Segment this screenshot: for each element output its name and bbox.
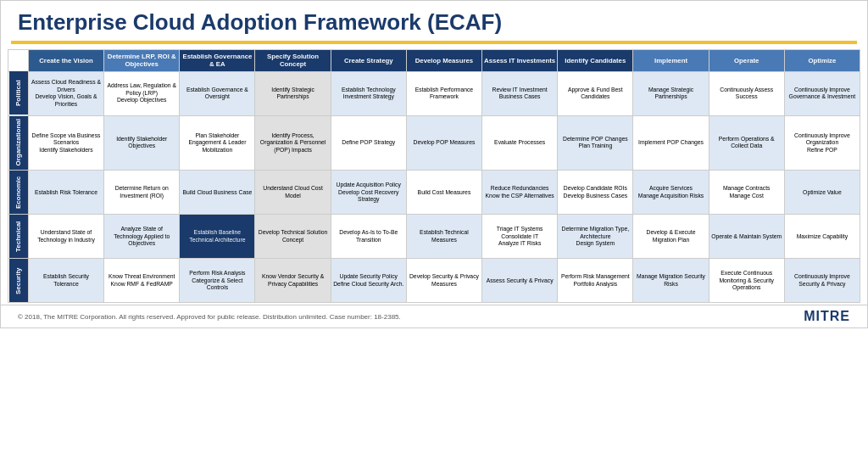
row-header-technical: Technical [8, 215, 29, 259]
col-header-4: Create Strategy [331, 50, 406, 72]
cell-0-3: Identify Strategic Partnerships [255, 71, 331, 115]
cell-3-7: Determine Migration Type, ArchitectureDe… [558, 215, 633, 259]
cell-2-2: Build Cloud Business Case [180, 171, 255, 215]
col-header-8: Implement [633, 50, 709, 72]
col-header-2: Establish Governance & EA [180, 50, 255, 72]
cell-0-7: Approve & Fund Best Candidates [558, 71, 633, 115]
cell-4-3: Know Vendor Security & Privacy Capabilit… [255, 259, 331, 303]
page-footer: © 2018, The MITRE Corporation. All right… [1, 305, 867, 327]
cell-1-2: Plan Stakeholder Engagement & Leader Mob… [180, 115, 255, 171]
cell-3-3: Develop Technical Solution Concept [255, 215, 331, 259]
cell-1-6: Evaluate Processes [482, 115, 558, 171]
page-header: Enterprise Cloud Adoption Framework (ECA… [1, 1, 867, 41]
table-row: SecurityEstablish Security ToleranceKnow… [8, 259, 860, 303]
cell-0-8: Manage Strategic Partnerships [633, 71, 709, 115]
cell-2-4: Update Acquisition PolicyDevelop Cost Re… [331, 171, 406, 215]
cell-4-4: Update Security PolicyDefine Cloud Secur… [331, 259, 406, 303]
cell-0-1: Address Law, Regulation & Policy (LRP)De… [104, 71, 180, 115]
cell-1-1: Identify Stakeholder Objectives [104, 115, 180, 171]
cell-4-2: Perform Risk AnalysisCategorize & Select… [180, 259, 255, 303]
cell-3-10: Maximize Capability [784, 215, 860, 259]
row-header-economic: Economic [8, 171, 29, 215]
cell-1-4: Define POP Strategy [331, 115, 406, 171]
cell-1-7: Determine POP ChangesPlan Training [558, 115, 633, 171]
cell-2-8: Acquire ServicesManage Acquisition Risks [633, 171, 709, 215]
cell-2-7: Develop Candidate ROIsDevelop Business C… [558, 171, 633, 215]
row-header-organizational: Organizational [8, 115, 29, 171]
cell-0-2: Establish Governance & Oversight [180, 71, 255, 115]
cell-2-0: Establish Risk Tolerance [28, 171, 103, 215]
cell-2-9: Manage ContractsManage Cost [709, 171, 784, 215]
cell-2-5: Build Cost Measures [406, 171, 481, 215]
col-header-1: Determine LRP, ROI & Objectives [104, 50, 180, 72]
cell-4-7: Perform Risk ManagementPortfolio Analysi… [558, 259, 633, 303]
cell-4-5: Develop Security & Privacy Measures [406, 259, 481, 303]
cell-1-9: Perform Operations & Collect Data [709, 115, 784, 171]
col-header-0: Create the Vision [28, 50, 103, 72]
col-header-3: Specify Solution Concept [255, 50, 331, 72]
cell-2-6: Reduce RedundanciesKnow the CSP Alternat… [482, 171, 558, 215]
cell-0-10: Continuously Improve Governance & Invest… [784, 71, 860, 115]
cell-0-6: Review IT Investment Business Cases [482, 71, 558, 115]
cell-1-10: Continuously Improve OrganizationRefine … [784, 115, 860, 171]
framework-table: Create the VisionDetermine LRP, ROI & Ob… [8, 49, 860, 303]
yellow-divider [11, 41, 857, 44]
cell-4-10: Continuously Improve Security & Privacy [784, 259, 860, 303]
table-row: OrganizationalDefine Scope via Business … [8, 115, 860, 171]
cell-3-6: Triage IT SystemsConsolidate ITAnalyze I… [482, 215, 558, 259]
col-header-6: Assess IT Investments [482, 50, 558, 72]
row-header-political: Political [8, 71, 29, 115]
col-header-7: Identify Candidates [558, 50, 633, 72]
main-wrapper: Enterprise Cloud Adoption Framework (ECA… [0, 0, 868, 328]
col-header-10: Optimize [784, 50, 860, 72]
cell-3-5: Establish Technical Measures [406, 215, 481, 259]
cell-2-10: Optimize Value [784, 171, 860, 215]
cell-3-2: Establish Baseline Technical Architectur… [180, 215, 255, 259]
framework-table-container: Create the VisionDetermine LRP, ROI & Ob… [1, 48, 867, 305]
cell-4-0: Establish Security Tolerance [28, 259, 103, 303]
cell-2-1: Determine Return on Investment (ROI) [104, 171, 180, 215]
cell-1-8: Implement POP Changes [633, 115, 709, 171]
cell-1-5: Develop POP Measures [406, 115, 481, 171]
cell-3-1: Analyze State of Technology Applied to O… [104, 215, 180, 259]
cell-0-4: Establish Technology Investment Strategy [331, 71, 406, 115]
cell-0-9: Continuously Assess Success [709, 71, 784, 115]
page-title: Enterprise Cloud Adoption Framework (ECA… [18, 9, 850, 36]
table-row: TechnicalUnderstand State of Technology … [8, 215, 860, 259]
cell-4-1: Know Threat EnvironmentKnow RMF & FedRAM… [104, 259, 180, 303]
cell-4-9: Execute Continuous Monitoring & Security… [709, 259, 784, 303]
cell-3-0: Understand State of Technology in Indust… [28, 215, 103, 259]
col-header-9: Operate [709, 50, 784, 72]
cell-4-8: Manage Migration Security Risks [633, 259, 709, 303]
table-row: PoliticalAssess Cloud Readiness & Driver… [8, 71, 860, 115]
cell-1-3: Identify Process, Organization & Personn… [255, 115, 331, 171]
copyright-text: © 2018, The MITRE Corporation. All right… [18, 313, 401, 321]
mitre-logo: MITRE [804, 309, 850, 324]
table-row: EconomicEstablish Risk ToleranceDetermin… [8, 171, 860, 215]
cell-4-6: Assess Security & Privacy [482, 259, 558, 303]
cell-3-8: Develop & Execute Migration Plan [633, 215, 709, 259]
cell-2-3: Understand Cloud Cost Model [255, 171, 331, 215]
col-header-5: Develop Measures [406, 50, 481, 72]
cell-3-4: Develop As-Is to To-Be Transition [331, 215, 406, 259]
cell-3-9: Operate & Maintain System [709, 215, 784, 259]
cell-0-5: Establish Performance Framework [406, 71, 481, 115]
cell-0-0: Assess Cloud Readiness & DriversDevelop … [28, 71, 103, 115]
cell-1-0: Define Scope via Business ScenariosIdent… [28, 115, 103, 171]
row-header-security: Security [8, 259, 29, 303]
